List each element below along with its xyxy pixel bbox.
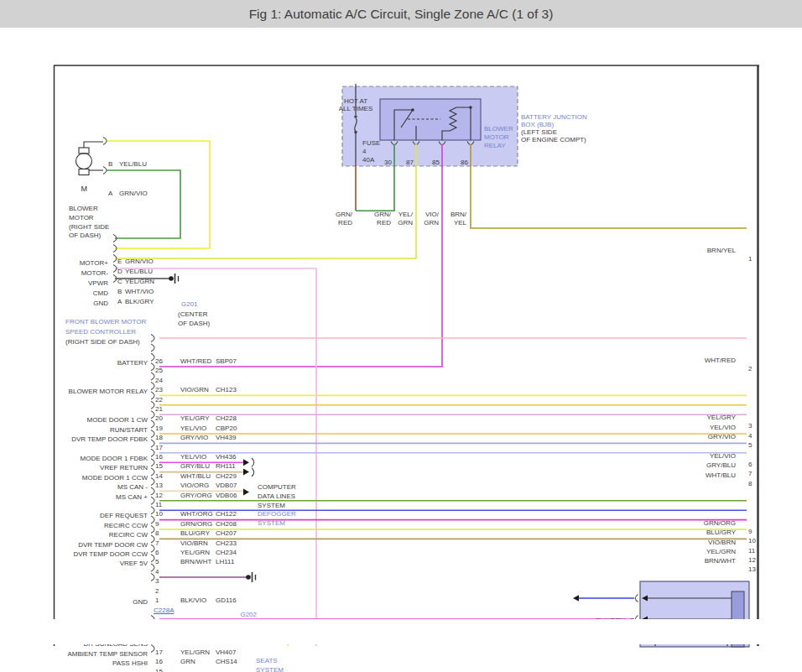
blower-motor-relay-box (380, 99, 481, 140)
wiring-svg (0, 28, 802, 672)
continuation-number: 9 (748, 528, 752, 536)
wire-color-label: VIO/BRN (180, 539, 208, 548)
wire-grn-red (356, 144, 394, 211)
pin-function-label: DVR TEMP DOOR FDBK (71, 435, 148, 444)
wire-color-label: GRN/VIO (119, 190, 148, 198)
wire-color-label: GRY/ORG (180, 492, 212, 500)
continuation-number: 8 (748, 480, 752, 488)
figure-title-bar: Fig 1: Automatic A/C Circuit, Single Zon… (0, 0, 802, 28)
wiring-diagram-viewer: { "title": "Fig 1: Automatic A/C Circuit… (0, 0, 802, 672)
wire-brn-yel-86-tap1 (471, 144, 747, 228)
pin-number: 16 (155, 658, 163, 666)
continuation-number: 3 (748, 422, 752, 430)
circuit-code: VDB06 (216, 492, 237, 500)
continuation-number: 6 (748, 461, 752, 469)
pin-function-label: DEF REQUEST (100, 512, 148, 520)
wire-color-label: WHT/RED (705, 357, 736, 365)
continuation-number: 13 (748, 565, 756, 574)
wire-grn-vio-motor (107, 170, 180, 238)
wire-color-label: GRN/VIO (125, 258, 154, 266)
circuit-code: RH111 (216, 462, 236, 471)
pin-number: 2 (155, 587, 159, 596)
wire-color-label: WHT/RED (180, 357, 211, 366)
wire-color-label: YEL/GRY (180, 414, 210, 423)
pin-number: 15 (155, 462, 163, 471)
relay-internals (394, 106, 472, 140)
wire-color-label: YEL/BLU (125, 268, 153, 276)
arrow-headlights (573, 595, 579, 602)
wire-color-label: RED (338, 219, 352, 227)
wire-color-label: GRN/ (336, 211, 352, 219)
wire-color-label: GRY/VIO (180, 434, 208, 442)
ground-g201-label: G201 (181, 300, 198, 309)
pin-function-label: GND (133, 598, 148, 607)
connector-link-c228a[interactable]: C228A (154, 607, 174, 615)
fuse-symbol (354, 84, 357, 166)
ground-g202-label: G202 (240, 611, 257, 619)
wire-color-label: WHT/ORG (180, 510, 213, 518)
wire-vio-grn-85-pin23 (159, 144, 442, 367)
wire-color-label: VIO/GRN (180, 386, 209, 394)
pin-function-label: MS CAN - (117, 483, 148, 492)
pin-number: 20 (155, 414, 163, 423)
pin-number: 8 (155, 529, 159, 538)
wire-color-label: YEL/BLU (119, 160, 147, 169)
fuse-number: 4 (362, 148, 366, 156)
circuit-code: CH123 (216, 386, 237, 394)
wire-color-label: YEL/GRN (180, 549, 210, 557)
motor-name-2: MOTOR (69, 214, 94, 222)
pin-number: 3 (155, 577, 159, 586)
circuit-code: CHS14 (216, 658, 237, 666)
pin-number: 5 (155, 558, 159, 566)
pin-number: 15 (155, 668, 163, 672)
pin-letter: A (117, 298, 122, 306)
ground-g201-symbol (169, 273, 178, 284)
controller-name-2: SPEED CONTROLLER (65, 328, 136, 336)
wire-color-label: BLU/GRY (706, 529, 736, 537)
relay-name-1: BLOWER (484, 125, 513, 133)
pin-number: 14 (155, 472, 163, 481)
motor-name-1: BLOWER (69, 205, 98, 213)
can-braces (252, 458, 254, 477)
circuit-code: CH207 (216, 529, 237, 538)
blower-motor-box (69, 162, 102, 206)
wire-color-label: WHT/BLU (180, 472, 211, 481)
wire-color-label: VIO/ (425, 211, 439, 219)
arrow-defogger (243, 488, 249, 495)
computer-system-1: COMPUTER (258, 483, 296, 492)
relay-pin-87: 87 (406, 159, 414, 167)
circuit-code: CH122 (216, 510, 237, 518)
diagram-frame (54, 65, 759, 646)
wire-color-label: BRN/WHT (180, 558, 211, 566)
continuation-number: 5 (748, 441, 752, 450)
circuit-code: GD116 (216, 596, 237, 605)
circuit-code: CH229 (216, 472, 237, 481)
pin-number: 13 (155, 482, 163, 490)
pin-number: 12 (155, 492, 163, 500)
pin-number: 16 (155, 453, 163, 461)
wire-color-label: GRN/ORG (704, 519, 736, 528)
wire-color-label: WHT/BLU (706, 471, 736, 480)
pin-number: 11 (155, 501, 162, 509)
wire-color-label: BRN/YEL (707, 247, 736, 255)
wire-color-label: VIO/ORG (180, 482, 209, 490)
pin-number: 17 (155, 649, 163, 657)
wire-color-label: BLU/GRY (180, 529, 210, 538)
pin-function-label: RUN/START (110, 426, 148, 435)
wire-color-label: YEL/VIO (180, 425, 206, 433)
pin-letter: A (108, 190, 112, 198)
circuit-code: VH436 (216, 453, 236, 461)
pin-function-label: CMD (93, 289, 108, 298)
diagram-canvas: HOT AT ALL TIMES FUSE 4 40A BLOWER MOTOR… (0, 28, 802, 672)
ground-g202-symbol (246, 572, 255, 582)
circuit-code: CH233 (216, 539, 237, 548)
pin-function-label: BATTERY (117, 359, 148, 367)
wire-color-label: GRN (424, 219, 439, 227)
pin-function-label: DVR TEMP DOOR CW (78, 541, 148, 550)
wire-color-label: GRY/BLU (706, 461, 736, 470)
pin-number: 7 (155, 539, 159, 548)
relay-pin-30: 30 (384, 159, 392, 167)
viewport-crop (0, 619, 802, 644)
continuation-number: 10 (748, 537, 756, 545)
circuit-code: CBP20 (216, 425, 237, 433)
